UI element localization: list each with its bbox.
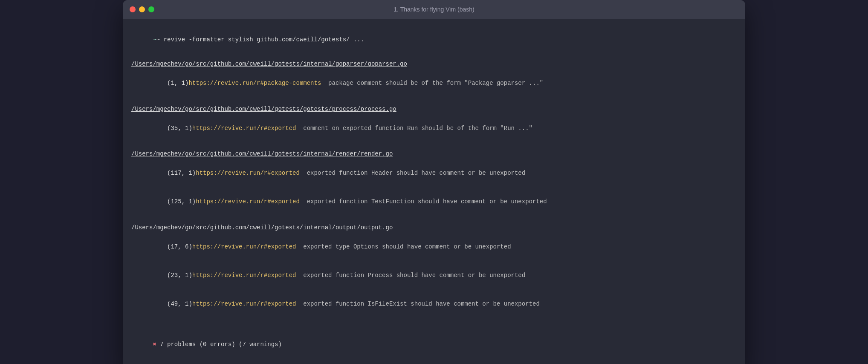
error-icon: ✖ — [153, 341, 156, 348]
file-path-process: /Users/mgechev/go/src/github.com/cweill/… — [131, 104, 737, 114]
position-process-1: (35, 1) — [160, 125, 192, 132]
summary-line: ✖ 7 problems (0 errors) (7 warnings) — [131, 330, 737, 359]
message-render-2: exported function TestFunction should ha… — [300, 198, 547, 205]
link-process-1[interactable]: https://revive.run/r#exported — [192, 125, 296, 132]
issue-render-2: (125, 1)https://revive.run/r#exported ex… — [131, 188, 737, 216]
position-render-1: (117, 1) — [160, 170, 196, 176]
section-render: /Users/mgechev/go/src/github.com/cweill/… — [131, 149, 737, 216]
issue-process-1: (35, 1)https://revive.run/r#exported com… — [131, 114, 737, 142]
position-output-2: (23, 1) — [160, 272, 192, 279]
link-output-2[interactable]: https://revive.run/r#exported — [192, 272, 296, 279]
issue-output-2: (23, 1)https://revive.run/r#exported exp… — [131, 261, 737, 290]
link-output-1[interactable]: https://revive.run/r#exported — [192, 243, 296, 250]
message-process-1: comment on exported function Run should … — [296, 125, 532, 132]
message-render-1: exported function Header should have com… — [300, 170, 525, 176]
minimize-button[interactable] — [139, 6, 145, 12]
position-output-1: (17, 6) — [160, 243, 192, 250]
terminal-body: ~~ revive -formatter stylish github.com/… — [123, 19, 745, 364]
link-render-1[interactable]: https://revive.run/r#exported — [196, 170, 300, 176]
message-output-3: exported function IsFileExist should hav… — [296, 300, 539, 307]
section-output: /Users/mgechev/go/src/github.com/cweill/… — [131, 223, 737, 318]
terminal-window: 1. Thanks for flying Vim (bash) ~~ reviv… — [123, 0, 745, 364]
titlebar: 1. Thanks for flying Vim (bash) — [123, 0, 745, 19]
window-title: 1. Thanks for flying Vim (bash) — [393, 6, 474, 13]
message-goparser-1: package comment should be of the form "P… — [321, 80, 543, 87]
position-output-3: (49, 1) — [160, 300, 192, 307]
issue-output-3: (49, 1)https://revive.run/r#exported exp… — [131, 290, 737, 318]
section-goparser: /Users/mgechev/go/src/github.com/cweill/… — [131, 59, 737, 98]
issue-render-1: (117, 1)https://revive.run/r#exported ex… — [131, 159, 737, 188]
window-controls — [130, 6, 154, 12]
link-output-3[interactable]: https://revive.run/r#exported — [192, 300, 296, 307]
file-path-goparser: /Users/mgechev/go/src/github.com/cweill/… — [131, 59, 737, 69]
summary-text: 7 problems (0 errors) (7 warnings) — [156, 341, 282, 348]
file-path-output: /Users/mgechev/go/src/github.com/cweill/… — [131, 223, 737, 232]
command-text: ~ revive -formatter stylish github.com/c… — [156, 36, 364, 43]
close-button[interactable] — [130, 6, 136, 12]
issue-output-1: (17, 6)https://revive.run/r#exported exp… — [131, 232, 737, 261]
prompt-line: ~~ revive -formatter stylish github.com/… — [131, 26, 737, 54]
issue-goparser-1: (1, 1)https://revive.run/r#package-comme… — [131, 69, 737, 98]
position-render-2: (125, 1) — [160, 198, 196, 205]
position-goparser-1: (1, 1) — [160, 80, 188, 87]
section-process: /Users/mgechev/go/src/github.com/cweill/… — [131, 104, 737, 143]
link-goparser-1[interactable]: https://revive.run/r#package-comments — [188, 80, 321, 87]
message-output-1: exported type Options should have commen… — [296, 243, 511, 250]
maximize-button[interactable] — [148, 6, 154, 12]
file-path-render: /Users/mgechev/go/src/github.com/cweill/… — [131, 149, 737, 159]
message-output-2: exported function Process should have co… — [296, 272, 525, 279]
tilde-prefix: ~ — [153, 36, 156, 43]
link-render-2[interactable]: https://revive.run/r#exported — [196, 198, 300, 205]
